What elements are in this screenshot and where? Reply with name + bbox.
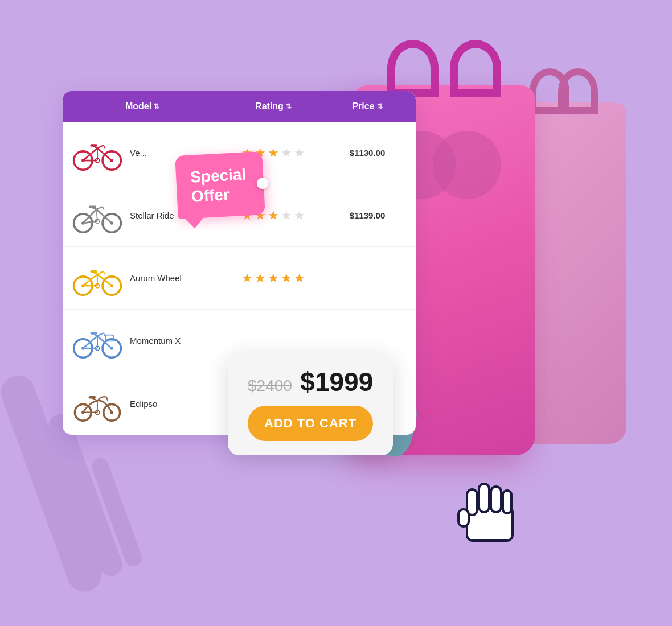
bike-image-3 [72,258,123,298]
price-cell-2: $1139.00 [325,206,410,225]
svg-line-5 [97,148,112,160]
svg-line-44 [97,336,112,348]
bag-circle-right [433,131,501,199]
svg-rect-61 [89,396,96,399]
cursor-icon [456,478,524,552]
star: ★ [294,271,305,286]
svg-line-9 [104,145,105,148]
svg-line-47 [97,333,104,336]
svg-line-35 [104,271,105,274]
bike-image-1 [72,133,123,173]
sort-icon-rating: ⇅ [286,102,292,110]
bike-cell-5: Eclipso [63,379,222,428]
bag-main-handle-right [450,40,501,97]
price-cell-1: $1130.00 [325,143,410,162]
purchase-cell-3 [410,274,416,283]
purchase-cell-5 [410,399,416,408]
table-row: Aurum Wheel ★ ★ ★ ★ ★ [63,247,416,310]
star: ★ [268,208,279,223]
star: ★ [281,271,292,286]
svg-line-4 [83,148,97,160]
svg-rect-37 [90,270,97,273]
purchase-cell-2: Add to cart [410,201,416,230]
svg-line-59 [106,397,108,401]
special-offer-tag: Special Offer [175,151,265,219]
scene-container: Model ⇅ Rating ⇅ Price ⇅ Purchase [63,57,609,569]
table-header: Model ⇅ Rating ⇅ Price ⇅ Purchase [63,91,416,122]
bike-cell-4: Momentum X [63,316,222,365]
bike-image-2 [72,196,123,236]
star: ★ [268,146,279,160]
svg-rect-11 [90,144,97,147]
svg-rect-65 [479,484,489,512]
purchase-cell-4 [410,336,416,345]
cursor-svg [456,478,524,552]
header-model: Model ⇅ [63,91,222,122]
header-rating: Rating ⇅ [222,91,325,122]
price-popup: $2400 $1999 ADD TO CART [228,352,393,455]
svg-line-18 [96,209,112,223]
star: ★ [281,146,292,160]
star: ★ [294,146,305,160]
svg-line-22 [103,207,104,209]
bike-image-4 [72,321,123,361]
bike-name-3: Aurum Wheel [130,273,182,283]
svg-line-43 [83,336,97,348]
bike-image-5 [72,384,123,423]
new-price: $1999 [300,366,373,397]
price-popup-prices: $2400 $1999 [248,366,373,397]
svg-rect-66 [491,487,501,512]
bike-name-1: Ve... [130,148,147,158]
bike-name-2: Stellar Ride [130,211,174,220]
bike-name-5: Eclipso [130,399,157,409]
bike-cell-3: Aurum Wheel [63,254,222,303]
header-price: Price ⇅ [325,91,410,122]
sort-icon-price: ⇅ [377,102,383,110]
popup-add-to-cart-button[interactable]: ADD TO CART [248,406,373,441]
svg-line-8 [97,145,104,148]
star: ★ [294,208,305,223]
svg-line-48 [104,333,105,336]
svg-rect-50 [90,332,97,335]
star: ★ [281,208,292,223]
bag-main-handle-left [387,40,439,97]
svg-rect-68 [458,509,469,526]
star: ★ [241,271,253,286]
purchase-cell-1: Add to cart [410,138,416,167]
old-price: $2400 [248,377,292,395]
star: ★ [268,271,279,286]
special-offer-text: Special Offer [190,165,247,206]
bag-back-handle-right [558,68,598,114]
svg-line-21 [96,207,103,209]
svg-line-34 [97,271,104,274]
rating-cell-4 [222,336,325,345]
star: ★ [255,271,266,286]
rating-cell-3: ★ ★ ★ ★ ★ [222,266,325,290]
price-cell-4 [325,336,410,345]
svg-rect-24 [89,205,97,208]
svg-rect-67 [503,491,511,513]
bike-name-4: Momentum X [130,336,181,345]
price-cell-3 [325,274,410,283]
sort-icon-model: ⇅ [154,102,159,110]
